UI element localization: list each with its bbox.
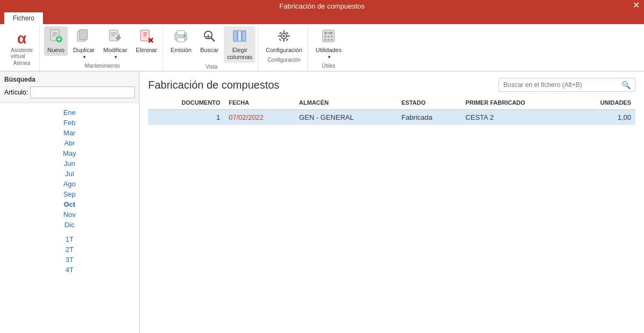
ribbon-group-mantenimiento: Nuevo Duplicar ▼ bbox=[42, 26, 163, 71]
month-item-abr[interactable]: Abr bbox=[0, 138, 139, 148]
emision-icon bbox=[173, 28, 188, 46]
month-item-mar[interactable]: Mar bbox=[0, 128, 139, 138]
modificar-icon bbox=[108, 28, 123, 46]
col-documento: DOCUMENTO bbox=[148, 96, 224, 110]
col-primer-fabricado: PRIMER FABRICADO bbox=[461, 96, 572, 110]
svg-line-13 bbox=[119, 34, 120, 35]
month-item-2t[interactable]: 2T bbox=[0, 244, 139, 255]
cell-fecha: 07/02/2022 bbox=[224, 110, 295, 125]
eliminar-label: Eliminar bbox=[136, 47, 157, 54]
svg-rect-8 bbox=[79, 30, 87, 40]
configuracion-group-label: Configuración bbox=[267, 57, 301, 64]
month-item-dic[interactable]: Dic bbox=[0, 220, 139, 230]
modificar-button[interactable]: Modificar ▼ bbox=[100, 26, 131, 62]
utilidades-button[interactable]: Utilidades ▼ bbox=[312, 26, 345, 62]
cell-documento: 1 bbox=[148, 110, 224, 125]
svg-rect-46 bbox=[331, 35, 333, 38]
ribbon-group-vista: Emisión Buscar bbox=[165, 26, 258, 71]
month-list: EneFebMarAbrMayJunJulAgoSepOctNovDic1T2T… bbox=[0, 103, 139, 279]
month-item-jul[interactable]: Jul bbox=[0, 169, 139, 179]
content-area: Fabricación de compuestos 🔍 DOCUMENTO FE… bbox=[140, 71, 644, 333]
month-item-4t[interactable]: 4T bbox=[0, 265, 139, 275]
svg-rect-29 bbox=[238, 31, 241, 41]
top-search-input[interactable] bbox=[499, 79, 617, 91]
cell-almacen: GEN - GENERAL bbox=[295, 110, 397, 125]
atenea-logo-icon: α bbox=[17, 30, 26, 47]
svg-rect-42 bbox=[324, 32, 327, 34]
month-item-ago[interactable]: Ago bbox=[0, 179, 139, 189]
elegir-columnas-icon bbox=[232, 28, 247, 46]
month-item-ene[interactable]: Ene bbox=[0, 107, 139, 118]
content-title: Fabricación de compuestos bbox=[148, 79, 280, 91]
atenea-label: Asistentevirtual bbox=[11, 47, 33, 59]
top-search-bar: 🔍 bbox=[499, 78, 635, 92]
svg-rect-37 bbox=[279, 32, 282, 34]
search-section: Búsqueda Artículo: bbox=[0, 71, 139, 103]
table-header-row: DOCUMENTO FECHA ALMACÉN ESTADO PRIMER FA… bbox=[148, 96, 635, 110]
modificar-arrow: ▼ bbox=[114, 55, 118, 60]
svg-rect-44 bbox=[324, 35, 326, 38]
utilidades-label: Utilidades bbox=[316, 47, 341, 54]
month-item-nov[interactable]: Nov bbox=[0, 209, 139, 220]
modificar-label: Modificar bbox=[104, 47, 128, 54]
month-item-feb[interactable]: Feb bbox=[0, 118, 139, 128]
svg-rect-21 bbox=[177, 31, 185, 35]
col-estado: ESTADO bbox=[397, 96, 461, 110]
col-unidades: UNIDADES bbox=[572, 96, 635, 110]
svg-rect-34 bbox=[283, 39, 284, 42]
nuevo-label: Nuevo bbox=[47, 47, 64, 54]
utilidades-icon bbox=[321, 28, 336, 46]
duplicar-arrow: ▼ bbox=[82, 55, 86, 60]
elegir-columnas-button[interactable]: Elegircolumnas bbox=[224, 26, 255, 63]
svg-rect-49 bbox=[331, 39, 333, 41]
main-table: DOCUMENTO FECHA ALMACÉN ESTADO PRIMER FA… bbox=[148, 96, 635, 125]
svg-rect-36 bbox=[287, 35, 290, 37]
svg-rect-30 bbox=[242, 31, 246, 41]
buscar-label: Buscar bbox=[200, 47, 218, 54]
month-item-1t[interactable]: 1T bbox=[0, 234, 139, 244]
buscar-button[interactable]: Buscar bbox=[197, 26, 222, 56]
utilidades-arrow: ▼ bbox=[327, 55, 331, 60]
configuracion-label: Configuración bbox=[266, 47, 302, 54]
month-item-may[interactable]: May bbox=[0, 148, 139, 158]
svg-rect-48 bbox=[327, 39, 330, 41]
ribbon: Fichero α Asistentevirtual Atenea bbox=[0, 12, 644, 71]
article-label: Artículo: bbox=[4, 89, 28, 96]
svg-rect-47 bbox=[324, 39, 326, 41]
svg-rect-45 bbox=[327, 35, 330, 38]
month-item-oct[interactable]: Oct bbox=[0, 199, 139, 209]
duplicar-label: Duplicar bbox=[73, 47, 94, 54]
month-item-jun[interactable]: Jun bbox=[0, 158, 139, 169]
configuracion-button[interactable]: Configuración bbox=[262, 26, 305, 56]
svg-rect-33 bbox=[283, 30, 284, 33]
elegir-columnas-label: Elegircolumnas bbox=[227, 47, 252, 61]
title-bar: Fabricación de compuestos ✕ bbox=[0, 0, 644, 12]
nuevo-button[interactable]: Nuevo bbox=[44, 26, 68, 56]
svg-point-23 bbox=[184, 35, 186, 37]
cell-unidades: 1,00 bbox=[572, 110, 635, 125]
emision-button[interactable]: Emisión bbox=[167, 26, 195, 56]
table-row[interactable]: 1 07/02/2022 GEN - GENERAL Fabricada CES… bbox=[148, 110, 635, 125]
buscar-icon bbox=[202, 28, 217, 46]
table-body: 1 07/02/2022 GEN - GENERAL Fabricada CES… bbox=[148, 110, 635, 125]
svg-rect-14 bbox=[141, 30, 149, 41]
eliminar-button[interactable]: Eliminar bbox=[133, 26, 160, 56]
article-input[interactable] bbox=[30, 86, 135, 98]
svg-rect-35 bbox=[278, 35, 281, 37]
ribbon-group-configuracion: Configuración Configuración bbox=[260, 26, 308, 71]
month-item-sep[interactable]: Sep bbox=[0, 189, 139, 199]
duplicar-icon bbox=[76, 28, 91, 46]
month-item-3t[interactable]: 3T bbox=[0, 255, 139, 265]
ribbon-tab-bar: Fichero bbox=[0, 12, 644, 24]
duplicar-button[interactable]: Duplicar ▼ bbox=[70, 26, 98, 62]
emision-label: Emisión bbox=[171, 47, 192, 54]
mantenimiento-group-label: Mantenimiento bbox=[85, 63, 120, 70]
vista-group-label: Vista bbox=[206, 64, 217, 71]
tab-fichero[interactable]: Fichero bbox=[4, 12, 43, 24]
svg-rect-38 bbox=[286, 39, 289, 41]
svg-point-32 bbox=[283, 35, 285, 37]
svg-line-25 bbox=[211, 38, 215, 41]
article-search-field: Artículo: bbox=[4, 86, 135, 98]
close-button[interactable]: ✕ bbox=[633, 1, 640, 10]
top-search-button[interactable]: 🔍 bbox=[617, 78, 635, 91]
